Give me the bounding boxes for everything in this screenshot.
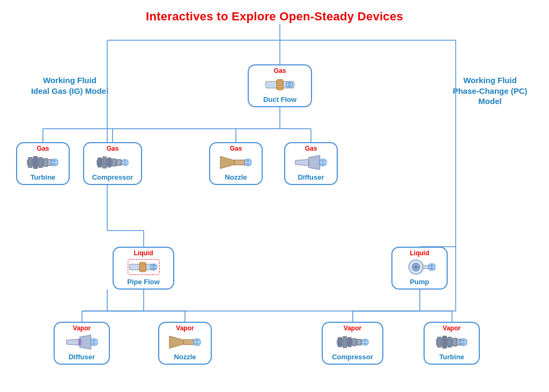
pipe-flow-icon	[127, 257, 160, 277]
svg-rect-90	[352, 338, 356, 346]
node-liquid-pipe-flow[interactable]: Liquid Pipe Flow	[113, 247, 174, 290]
svg-rect-35	[39, 157, 43, 167]
vapor-diffuser-icon	[65, 332, 99, 352]
svg-marker-75	[66, 339, 79, 345]
svg-rect-96	[437, 337, 441, 347]
node-liquid-pump[interactable]: Liquid Pump	[391, 247, 448, 290]
svg-rect-44	[112, 159, 116, 166]
node-gas-turbine[interactable]: Gas Turbine	[16, 142, 70, 185]
node-gas-nozzle[interactable]: Gas Nozzle	[209, 142, 263, 185]
nozzle-icon	[219, 152, 253, 172]
svg-rect-41	[98, 158, 102, 167]
svg-rect-82	[184, 339, 194, 345]
svg-rect-42	[102, 157, 106, 168]
svg-rect-98	[447, 337, 451, 347]
svg-rect-77	[78, 339, 81, 345]
node-vapor-diffuser[interactable]: Vapor Diffuser	[54, 322, 110, 365]
svg-rect-60	[139, 262, 146, 272]
svg-rect-99	[452, 338, 457, 346]
svg-rect-33	[28, 157, 33, 167]
page-title: Interactives to Explore Open-Steady Devi…	[0, 0, 549, 24]
vapor-nozzle-icon	[168, 332, 202, 352]
svg-rect-88	[343, 336, 346, 347]
turbine-icon	[26, 152, 60, 172]
svg-rect-97	[442, 336, 447, 348]
svg-marker-81	[169, 336, 184, 348]
diffuser-icon	[294, 152, 328, 172]
right-side-label: Working FluidPhase-Change (PC) Model	[447, 75, 533, 107]
duct-flow-icon	[263, 75, 296, 94]
svg-rect-91	[357, 339, 360, 345]
svg-marker-76	[79, 335, 91, 349]
svg-marker-54	[295, 159, 309, 165]
svg-rect-34	[33, 156, 38, 168]
svg-marker-55	[309, 155, 320, 169]
node-vapor-nozzle[interactable]: Vapor Nozzle	[158, 322, 212, 365]
svg-rect-50	[235, 160, 245, 165]
svg-rect-87	[338, 337, 342, 347]
svg-marker-49	[220, 156, 235, 168]
svg-rect-36	[43, 158, 48, 166]
node-gas-duct-flow[interactable]: Gas Duct Flow	[248, 64, 312, 107]
node-vapor-compressor[interactable]: Vapor Compressor	[322, 322, 383, 365]
svg-rect-28	[277, 79, 283, 90]
left-side-label: Working FluidIdeal Gas (IG) Model	[29, 75, 110, 96]
vapor-turbine-icon	[435, 332, 469, 352]
node-vapor-turbine[interactable]: Vapor Turbine	[424, 322, 480, 365]
svg-rect-45	[117, 159, 121, 165]
pump-icon	[403, 257, 436, 277]
svg-rect-89	[347, 337, 351, 347]
svg-rect-43	[107, 158, 111, 167]
node-gas-diffuser[interactable]: Gas Diffuser	[284, 142, 338, 185]
compressor-icon	[96, 152, 129, 172]
vapor-compressor-icon	[336, 332, 369, 352]
node-gas-compressor[interactable]: Gas Compressor	[83, 142, 142, 185]
